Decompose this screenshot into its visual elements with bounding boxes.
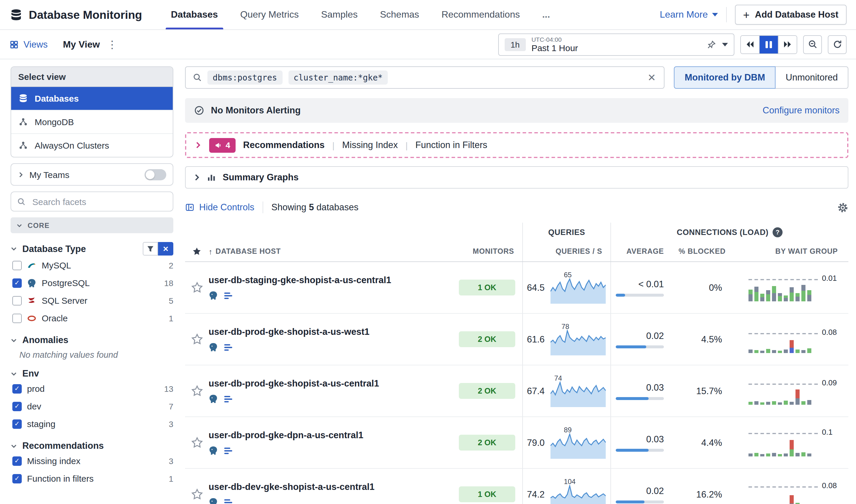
checkbox[interactable]: [12, 313, 22, 323]
sidebar-item-databases[interactable]: Databases: [11, 87, 173, 110]
time-range-chip[interactable]: 1h: [505, 38, 525, 51]
clear-facet-button[interactable]: ✕: [158, 242, 173, 255]
checkbox[interactable]: [12, 296, 22, 305]
star-icon[interactable]: [191, 281, 203, 294]
facet-item-missing-index[interactable]: ✓Missing index3: [11, 453, 173, 469]
clear-search-icon[interactable]: ✕: [646, 71, 657, 84]
qps-column-header[interactable]: QUERIES / S: [522, 241, 610, 262]
checkbox[interactable]: ✓: [12, 278, 22, 288]
table-row[interactable]: user-db-prod-gke-shopist-a-us-central12 …: [185, 365, 849, 417]
pin-icon[interactable]: [707, 40, 716, 49]
add-database-host-button[interactable]: +Add Database Host: [735, 5, 846, 25]
zoom-out-button[interactable]: [803, 35, 822, 54]
search-token[interactable]: cluster_name:*gke*: [288, 71, 388, 85]
monitor-status-badge[interactable]: 2 OK: [459, 331, 515, 347]
facet-item-oracle[interactable]: Oracle1: [11, 310, 173, 326]
monitor-status-badge[interactable]: 1 OK: [459, 486, 515, 502]
star-icon[interactable]: [191, 488, 203, 501]
average-column-header[interactable]: AVERAGE: [610, 241, 672, 262]
facet-header-recommendations[interactable]: Recommendations: [11, 440, 173, 451]
qps-cell: 79.089: [522, 417, 610, 468]
facet-item-staging[interactable]: ✓staging3: [11, 416, 173, 432]
table-row[interactable]: user-db-staging-gke-shopist-a-us-central…: [185, 262, 849, 314]
tab-recommendations[interactable]: Recommendations: [430, 0, 531, 29]
host-link[interactable]: user-db-prod-gke-shopist-a-us-west1: [209, 326, 370, 337]
unmonitored-button[interactable]: Unmonitored: [776, 66, 849, 89]
host-link[interactable]: user-db-prod-gke-dpn-a-us-central1: [209, 430, 363, 440]
facet-item-sql-server[interactable]: SQL Server5: [11, 292, 173, 308]
gear-icon[interactable]: [837, 202, 849, 213]
sidebar-item-alwayson-clusters[interactable]: AlwaysOn Clusters: [11, 134, 173, 157]
wait-group-column-header[interactable]: BY WAIT GROUP: [734, 241, 849, 262]
filter-facet-button[interactable]: [143, 242, 158, 255]
my-teams-toggle[interactable]: [144, 169, 166, 180]
checkbox[interactable]: ✓: [12, 474, 22, 483]
chevron-down-icon[interactable]: [722, 42, 728, 46]
tab-samples[interactable]: Samples: [310, 0, 369, 29]
star-icon[interactable]: [191, 385, 203, 397]
checkbox[interactable]: ✓: [12, 419, 22, 429]
monitors-column-header[interactable]: MONITORS: [458, 241, 522, 262]
facet-header-anomalies[interactable]: Anomalies: [11, 335, 173, 345]
monitor-status-badge[interactable]: 2 OK: [459, 383, 515, 399]
recommendation-item[interactable]: Missing Index: [342, 140, 398, 150]
checkbox[interactable]: ✓: [12, 456, 22, 466]
configure-monitors-link[interactable]: Configure monitors: [763, 105, 840, 116]
monitor-status-badge[interactable]: 2 OK: [459, 435, 515, 451]
wait-bar-segment: [801, 401, 805, 404]
facet-item-dev[interactable]: ✓dev7: [11, 398, 173, 414]
blocked-value: 4.5%: [701, 334, 722, 344]
checkbox[interactable]: ✓: [12, 384, 22, 393]
summary-graphs-row[interactable]: Summary Graphs: [185, 166, 849, 188]
blocked-column-header[interactable]: % BLOCKED: [672, 241, 734, 262]
facet-header-database-type[interactable]: Database Type✕: [11, 242, 173, 255]
chevron-right-icon[interactable]: [194, 142, 201, 149]
monitored-by-dbm-button[interactable]: Monitored by DBM: [674, 66, 776, 89]
facet-item-mysql[interactable]: MySQL2: [11, 257, 173, 273]
star-icon[interactable]: [191, 436, 203, 449]
host-link[interactable]: user-db-prod-gke-shopist-a-us-central1: [209, 378, 379, 389]
checkbox[interactable]: [12, 260, 22, 270]
facet-header-env[interactable]: Env: [11, 368, 173, 379]
recommendation-item[interactable]: Function in Filters: [415, 140, 487, 150]
star-column-header[interactable]: [185, 241, 209, 262]
fast-forward-button[interactable]: [778, 36, 797, 53]
host-link[interactable]: user-db-dev-gke-shopist-a-us-central1: [209, 481, 375, 492]
star-icon[interactable]: [191, 333, 203, 345]
search-token[interactable]: dbms:postgres: [208, 71, 282, 85]
rewind-button[interactable]: [741, 36, 759, 53]
facet-item-prod[interactable]: ✓prod13: [11, 381, 173, 396]
my-teams-row[interactable]: My Teams: [11, 163, 173, 186]
monitor-status-badge[interactable]: 1 OK: [459, 280, 515, 295]
search-bar[interactable]: dbms:postgrescluster_name:*gke* ✕: [185, 66, 665, 89]
current-view-name[interactable]: My View: [63, 39, 100, 50]
tab-query-metrics[interactable]: Query Metrics: [229, 0, 310, 29]
tab-schemas[interactable]: Schemas: [369, 0, 430, 29]
refresh-button[interactable]: [828, 35, 846, 54]
table-row[interactable]: user-db-dev-gke-shopist-a-us-central11 O…: [185, 469, 849, 504]
recommendations-count-badge[interactable]: 4: [209, 138, 236, 152]
facet-search-input[interactable]: [31, 196, 167, 207]
facet-item-postgresql[interactable]: ✓PostgreSQL18: [11, 275, 173, 291]
table-row[interactable]: user-db-prod-gke-shopist-a-us-west12 OK6…: [185, 314, 849, 365]
average-bar-track: [616, 345, 664, 348]
pause-button[interactable]: [759, 36, 778, 53]
hide-controls-link[interactable]: Hide Controls: [185, 202, 254, 213]
sidebar-item-mongodb[interactable]: MongoDB: [11, 110, 173, 134]
host-link[interactable]: user-db-staging-gke-shopist-a-us-central…: [209, 275, 391, 285]
facet-item-function-in-filters[interactable]: ✓Function in filters1: [11, 470, 173, 486]
learn-more-link[interactable]: Learn More: [660, 10, 718, 20]
help-icon[interactable]: ?: [772, 227, 783, 237]
wait-bar: [748, 453, 753, 456]
host-column-header[interactable]: ↑DATABASE HOST: [209, 241, 458, 262]
checkbox[interactable]: ✓: [12, 401, 22, 411]
tab-more[interactable]: ...: [531, 10, 561, 20]
tab-databases[interactable]: Databases: [160, 0, 229, 29]
table-row[interactable]: user-db-prod-gke-dpn-a-us-central12 OK79…: [185, 417, 849, 469]
core-section-header[interactable]: CORE: [11, 217, 173, 233]
qps-cell: 67.474: [522, 365, 610, 416]
average-value: 0.02: [646, 330, 664, 341]
time-range-picker[interactable]: 1h UTC-04:00 Past 1 Hour: [498, 33, 734, 55]
views-link[interactable]: Views: [10, 39, 48, 50]
kebab-menu-icon[interactable]: ⋮: [107, 38, 118, 51]
